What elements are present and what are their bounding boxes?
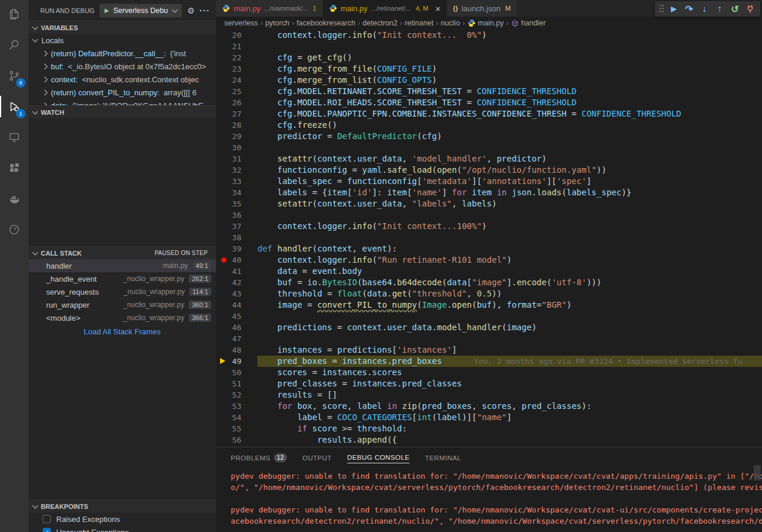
breakpoint-icon[interactable] <box>221 257 227 263</box>
code-line-25[interactable]: 25 cfg.MODEL.RETINANET.SCORE_THRESH_TEST… <box>216 86 762 97</box>
code-line-27[interactable]: 27 cfg.MODEL.PANOPTIC_FPN.COMBINE.INSTAN… <box>216 108 762 120</box>
panel-scrollbar[interactable] <box>754 465 761 481</box>
breakpoint-row[interactable]: ✓Uncaught Exceptions <box>28 525 216 532</box>
code-line-52[interactable]: 52 results = [] <box>216 389 762 401</box>
line-number[interactable]: 47 <box>216 333 257 344</box>
breadcrumb-item-nuclio[interactable]: nuclio <box>441 19 460 27</box>
panel-tab-debug-console[interactable]: DEBUG CONSOLE <box>347 452 410 463</box>
code-line-47[interactable]: 47 <box>216 333 762 344</box>
code-line-41[interactable]: 41 data = event.body <box>216 266 762 277</box>
code-line-48[interactable]: 48 instances = predictions['instances'] <box>216 344 762 356</box>
stack-frame-run_wrapper[interactable]: run_wrapper_nuclio_wrapper.py360:1 <box>28 298 216 311</box>
line-number[interactable]: 38 <box>216 232 257 243</box>
checkbox-checked[interactable]: ✓ <box>43 528 51 532</box>
code-line-23[interactable]: 23 cfg.merge_from_file(CONFIG_FILE) <box>216 63 762 75</box>
code-line-45[interactable]: 45 <box>216 311 762 322</box>
code-line-26[interactable]: 26 cfg.MODEL.ROI_HEADS.SCORE_THRESH_TEST… <box>216 97 762 108</box>
variable-row[interactable]: data:{'image': 'iVBORw0KGgoAAAANSUhE <box>28 99 216 105</box>
code-line-30[interactable]: 30 <box>216 142 762 153</box>
stack-frame-module[interactable]: <module>_nuclio_wrapper.py366:1 <box>28 311 216 324</box>
code-line-22[interactable]: 22 cfg = get_cfg() <box>216 52 762 63</box>
variables-scope-locals[interactable]: Locals <box>28 34 216 47</box>
line-number[interactable]: 46 <box>216 322 257 333</box>
gear-icon[interactable]: ⚙ <box>187 6 195 15</box>
line-number[interactable]: 56 <box>216 434 257 446</box>
call-stack-header[interactable]: CALL STACK PAUSED ON STEP <box>28 246 216 259</box>
code-line-37[interactable]: 37 context.logger.info("Init context...1… <box>216 221 762 232</box>
breadcrumb-item-serverless[interactable]: serverless <box>224 19 258 27</box>
code-line-38[interactable]: 38 <box>216 232 762 243</box>
line-number[interactable]: 37 <box>216 221 257 232</box>
tab-main.py[interactable]: main.py.../siammask/...1 <box>216 0 322 17</box>
line-number[interactable]: 36 <box>216 209 257 221</box>
breadcrumb-item-facebookresearch[interactable]: facebookresearch <box>296 19 355 27</box>
panel-tab-terminal[interactable]: TERMINAL <box>425 453 461 463</box>
code-line-40[interactable]: 40 context.logger.info("Run retinanet-R1… <box>216 254 762 266</box>
step-into-button[interactable]: ↓ <box>698 2 710 15</box>
line-number[interactable]: 22 <box>216 52 257 63</box>
code-line-36[interactable]: 36 <box>216 209 762 221</box>
code-line-55[interactable]: 55 if score >= threshold: <box>216 423 762 434</box>
line-number[interactable]: 42 <box>216 277 257 288</box>
stack-frame-handler[interactable]: handlermain.py49:1 <box>28 259 216 272</box>
breadcrumb-item-detectron2[interactable]: detectron2 <box>363 19 398 27</box>
line-number[interactable]: 25 <box>216 86 257 97</box>
line-number[interactable]: 23 <box>216 63 257 75</box>
code-line-56[interactable]: 56 results.append({ <box>216 434 762 446</box>
activity-item-explorer[interactable] <box>0 0 28 28</box>
code-line-46[interactable]: 46 predictions = context.user_data.model… <box>216 322 762 333</box>
tab-main.py[interactable]: main.py.../retinanet/...4, M× <box>323 0 447 17</box>
code-line-53[interactable]: 53 for box, score, label in zip(pred_box… <box>216 401 762 412</box>
activity-item-profiler[interactable] <box>0 215 28 244</box>
code-line-39[interactable]: 39def handler(context, event): <box>216 243 762 254</box>
panel-tab-problems[interactable]: PROBLEMS12 <box>231 453 287 463</box>
start-debug-icon[interactable]: ▶ <box>105 7 109 14</box>
line-number[interactable]: 52 <box>216 389 257 401</box>
watch-header[interactable]: WATCH <box>28 105 216 118</box>
line-number[interactable]: 54 <box>216 412 257 423</box>
line-number[interactable]: 45 <box>216 311 257 322</box>
breakpoint-row[interactable]: Raised Exceptions <box>28 512 216 525</box>
code-line-21[interactable]: 21 <box>216 41 762 52</box>
code-line-51[interactable]: 51 pred_classes = instances.pred_classes <box>216 378 762 389</box>
code-line-28[interactable]: 28 cfg.freeze() <box>216 120 762 131</box>
continue-button[interactable]: ▶ <box>668 2 680 15</box>
code-line-49[interactable]: 49 pred_boxes = instances.pred_boxesYou,… <box>216 356 762 367</box>
stack-frame-serve_requests[interactable]: serve_requests_nuclio_wrapper.py114:1 <box>28 285 216 298</box>
line-number[interactable]: 28 <box>216 120 257 131</box>
line-number[interactable]: 50 <box>216 367 257 378</box>
step-out-button[interactable]: ↑ <box>713 2 725 15</box>
code-line-44[interactable]: 44 image = convert_PIL_to_numpy(Image.op… <box>216 299 762 311</box>
drag-grip-handle[interactable] <box>659 4 664 14</box>
breadcrumb-item-pytorch[interactable]: pytorch <box>265 19 289 27</box>
line-number[interactable]: 29 <box>216 131 257 142</box>
line-number[interactable]: 21 <box>216 41 257 52</box>
code-line-35[interactable]: 35 setattr(context.user_data, "labels", … <box>216 198 762 209</box>
restart-button[interactable]: ↺ <box>729 2 741 15</box>
step-over-button[interactable]: ↷ <box>683 2 695 15</box>
code-line-33[interactable]: 33 labels_spec = functionconfig['metadat… <box>216 176 762 187</box>
variables-header[interactable]: VARIABLES <box>28 21 216 34</box>
activity-item-extensions[interactable] <box>0 154 28 182</box>
code-line-43[interactable]: 43 threshold = float(data.get("threshold… <box>216 288 762 299</box>
activity-item-docker[interactable] <box>0 185 28 213</box>
activity-item-remote-explorer[interactable] <box>0 123 28 151</box>
activity-item-search[interactable] <box>0 31 28 59</box>
line-number[interactable]: 27 <box>216 108 257 120</box>
stack-frame-_handle_event[interactable]: _handle_event_nuclio_wrapper.py262:1 <box>28 272 216 285</box>
line-number[interactable]: 44 <box>216 299 257 311</box>
code-line-20[interactable]: 20 context.logger.info("Init context... … <box>216 30 762 41</box>
line-number[interactable]: 31 <box>216 153 257 165</box>
load-all-stack-frames-link[interactable]: Load All Stack Frames <box>28 327 216 336</box>
line-number[interactable]: 48 <box>216 344 257 356</box>
checkbox-unchecked[interactable] <box>43 515 51 523</box>
activity-item-run-and-debug[interactable]: 1 <box>0 92 28 121</box>
line-number[interactable]: 34 <box>216 187 257 198</box>
code-editor[interactable]: 20 context.logger.info("Init context... … <box>216 30 762 447</box>
close-icon[interactable]: × <box>435 4 441 13</box>
line-number[interactable]: 41 <box>216 266 257 277</box>
activity-item-source-control[interactable]: 8 <box>0 62 28 90</box>
code-line-42[interactable]: 42 buf = io.BytesIO(base64.b64decode(dat… <box>216 277 762 288</box>
line-number[interactable]: 24 <box>216 75 257 86</box>
more-actions-icon[interactable]: ··· <box>199 5 210 15</box>
